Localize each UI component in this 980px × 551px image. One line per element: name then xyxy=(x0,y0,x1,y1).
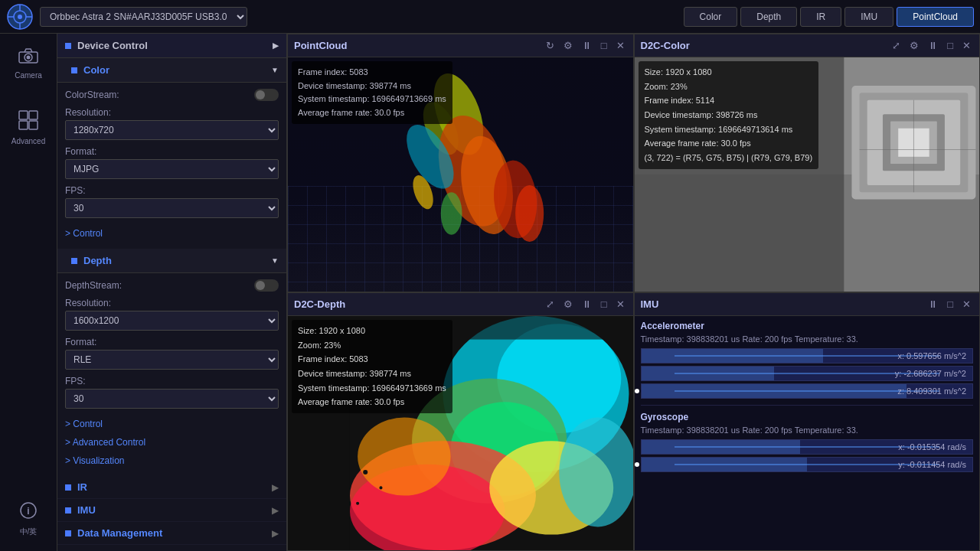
d2c-depth-zoom: Zoom: 23% xyxy=(298,338,446,353)
depth-section-header[interactable]: Depth ▼ xyxy=(57,249,286,273)
gyro-meta: Timestamp: 398838201 us Rate: 200 fps Te… xyxy=(641,425,974,435)
sidebar-item-advanced[interactable]: Advanced xyxy=(0,103,57,153)
d2c-color-maximize-btn[interactable]: □ xyxy=(945,39,956,52)
depth-fps-select[interactable]: 30155 xyxy=(65,389,279,409)
d2c-color-system-ts: System timestamp: 1696649713614 ms xyxy=(645,122,813,137)
color-indicator xyxy=(71,67,77,73)
imu-maximize-btn[interactable]: □ xyxy=(945,298,956,311)
color-format-label: Format: xyxy=(65,146,279,157)
tab-color[interactable]: Color xyxy=(684,7,738,27)
depth-format-field: Format: RLEY16Y11 xyxy=(65,337,279,370)
depth-fps-field: FPS: 30155 xyxy=(65,376,279,409)
d2c-depth-canvas[interactable]: Size: 1920 x 1080 Zoom: 23% Frame index:… xyxy=(288,316,633,550)
device-control-header[interactable]: Device Control ▶ xyxy=(57,34,286,58)
pointcloud-maximize-btn[interactable]: □ xyxy=(599,39,609,52)
pointcloud-panel: PointCloud ↻ ⚙ ⏸ □ ✕ xyxy=(287,34,634,292)
imu-row[interactable]: IMU ▶ xyxy=(57,499,286,522)
d2c-color-expand-btn[interactable]: ⤢ xyxy=(890,39,903,52)
depth-visualization-link[interactable]: Visualization xyxy=(65,452,279,470)
device-selector[interactable]: Orbbec Astra 2 SN#AARJ33D005F USB3.0 xyxy=(40,7,247,27)
sidebar-camera-label: Camera xyxy=(15,71,42,80)
pointcloud-refresh-btn[interactable]: ↻ xyxy=(544,39,557,52)
d2c-color-canvas[interactable]: Size: 1920 x 1080 Zoom: 23% Frame index:… xyxy=(635,57,980,292)
gyro-y-row: y: -0.011454 rad/s xyxy=(641,457,974,472)
d2c-color-close-btn[interactable]: ✕ xyxy=(960,39,973,52)
pointcloud-settings-btn[interactable]: ⚙ xyxy=(561,39,575,52)
d2c-color-zoom: Zoom: 23% xyxy=(645,80,813,94)
d2c-depth-settings-btn[interactable]: ⚙ xyxy=(561,298,575,311)
imu-close-btn[interactable]: ✕ xyxy=(960,298,973,311)
svg-point-23 xyxy=(441,192,462,235)
color-format-field: Format: MJPGYUY2RGB xyxy=(65,146,279,179)
color-resolution-select[interactable]: 1280x720640x4801920x1080 xyxy=(65,120,279,140)
d2c-depth-panel: D2C-Depth ⤢ ⚙ ⏸ □ ✕ xyxy=(287,292,634,551)
gyro-y-label: y: -0.011454 rad/s xyxy=(898,460,966,469)
depth-format-select[interactable]: RLEY16Y11 xyxy=(65,350,279,370)
color-control-link[interactable]: Control xyxy=(65,224,279,243)
d2c-color-device-ts: Device timestamp: 398726 ms xyxy=(645,108,813,122)
svg-rect-13 xyxy=(29,121,38,129)
d2c-depth-title: D2C-Depth xyxy=(294,298,345,310)
d2c-depth-close-btn[interactable]: ✕ xyxy=(614,298,627,311)
pc-device-timestamp: Device timestamp: 398774 ms xyxy=(298,80,446,93)
imu-label: IMU xyxy=(77,504,96,516)
imu-panel-controls: ⏸ □ ✕ xyxy=(926,298,973,311)
color-fps-select[interactable]: 301560 xyxy=(65,198,279,218)
depth-advanced-control-link[interactable]: Advanced Control xyxy=(65,433,279,452)
accel-x-row: x: 0.597656 m/s^2 xyxy=(641,348,974,364)
tab-imu[interactable]: IMU xyxy=(844,7,893,27)
imu-panel: IMU ⏸ □ ✕ Accelerometer Timestamp: 39883… xyxy=(634,292,981,551)
depth-indicator xyxy=(71,258,77,264)
color-stream-label: ColorStream: xyxy=(65,90,254,100)
d2c-depth-pause-btn[interactable]: ⏸ xyxy=(580,298,594,311)
accel-y-label: y: -2.686237 m/s^2 xyxy=(895,369,966,378)
d2c-color-info-overlay: Size: 1920 x 1080 Zoom: 23% Frame index:… xyxy=(639,61,819,169)
color-format-select[interactable]: MJPGYUY2RGB xyxy=(65,159,279,179)
imu-pause-btn[interactable]: ⏸ xyxy=(926,298,940,311)
imu-content: Accelerometer Timestamp: 398838201 us Ra… xyxy=(635,316,980,550)
d2c-depth-maximize-btn[interactable]: □ xyxy=(599,298,609,311)
gyro-y-bar: y: -0.011454 rad/s xyxy=(641,457,974,472)
tab-depth[interactable]: Depth xyxy=(740,7,797,27)
d2c-color-pause-btn[interactable]: ⏸ xyxy=(926,39,940,52)
sidebar-item-info[interactable]: i 中/英 xyxy=(0,494,57,545)
d2c-depth-avg-fps: Average frame rate: 30.0 fps xyxy=(298,395,446,409)
svg-text:i: i xyxy=(27,506,29,517)
data-management-row[interactable]: Data Management ▶ xyxy=(57,522,286,545)
d2c-color-panel: D2C-Color ⤢ ⚙ ⏸ □ ✕ xyxy=(634,34,981,292)
svg-point-51 xyxy=(356,502,359,505)
accel-z-row: z: 8.409301 m/s^2 xyxy=(641,383,974,399)
imu-separator xyxy=(641,405,974,406)
d2c-color-settings-btn[interactable]: ⚙ xyxy=(907,39,921,52)
imu-panel-content: Accelerometer Timestamp: 398838201 us Ra… xyxy=(635,316,980,550)
sidebar-item-camera[interactable]: Camera xyxy=(0,40,57,87)
depth-resolution-select[interactable]: 1600x1200640x4801280x1024 xyxy=(65,311,279,331)
pointcloud-close-btn[interactable]: ✕ xyxy=(614,39,627,52)
imu-indicator xyxy=(65,507,71,514)
depth-section-body: DepthStream: Resolution: 1600x1200640x48… xyxy=(57,273,286,476)
ir-row[interactable]: IR ▶ xyxy=(57,476,286,499)
info-icon: i xyxy=(19,501,38,524)
svg-point-50 xyxy=(379,486,382,489)
stream-tabs: Color Depth IR IMU PointCloud xyxy=(684,7,974,27)
pointcloud-pause-btn[interactable]: ⏸ xyxy=(580,39,594,52)
depth-control-link[interactable]: Control xyxy=(65,415,279,433)
color-section-body: ColorStream: Resolution: 1280x720640x480… xyxy=(57,83,286,249)
pointcloud-panel-controls: ↻ ⚙ ⏸ □ ✕ xyxy=(544,39,627,52)
tab-ir[interactable]: IR xyxy=(800,7,841,27)
dm-label: Data Management xyxy=(77,527,162,539)
d2c-depth-size: Size: 1920 x 1080 xyxy=(298,324,446,338)
color-resolution-field: Resolution: 1280x720640x4801920x1080 xyxy=(65,107,279,140)
d2c-color-pixel-info: (3, 722) = (R75, G75, B75) | (R79, G79, … xyxy=(645,151,813,165)
depth-stream-toggle[interactable] xyxy=(254,279,279,292)
color-chevron: ▼ xyxy=(271,66,279,74)
d2c-depth-expand-btn[interactable]: ⤢ xyxy=(544,298,557,311)
svg-rect-10 xyxy=(19,111,28,119)
accel-z-bar: z: 8.409301 m/s^2 xyxy=(641,383,974,399)
pointcloud-canvas[interactable]: Frame index: 5083 Device timestamp: 3987… xyxy=(288,57,633,292)
color-stream-toggle[interactable] xyxy=(254,89,279,101)
color-section-header[interactable]: Color ▼ xyxy=(57,58,286,83)
tab-pointcloud[interactable]: PointCloud xyxy=(897,7,974,27)
pc-system-timestamp: System timestamp: 1696649713669 ms xyxy=(298,93,446,106)
device-control-title: Device Control xyxy=(77,40,148,51)
